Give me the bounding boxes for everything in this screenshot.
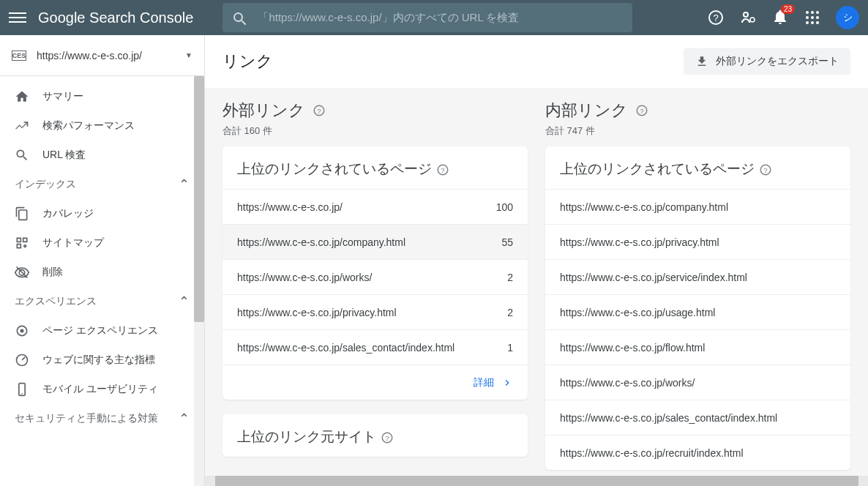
horizontal-scrollbar[interactable] bbox=[205, 476, 868, 486]
svg-text:?: ? bbox=[317, 107, 321, 115]
app-header: Google Search Console 「https://www.c-e-s… bbox=[0, 0, 868, 35]
svg-text:?: ? bbox=[763, 166, 768, 174]
svg-point-8 bbox=[811, 16, 814, 19]
main-header: リンク 外部リンクをエクスポート bbox=[205, 35, 868, 88]
sidebar-item-label: ページ エクスペリエンス bbox=[42, 324, 158, 337]
internal-links-total: 合計 747 件 bbox=[545, 124, 850, 138]
chevron-up-icon: ⌃ bbox=[179, 176, 190, 192]
svg-point-17 bbox=[21, 393, 23, 395]
svg-point-12 bbox=[816, 21, 819, 24]
help-icon[interactable]: ? bbox=[707, 9, 725, 26]
table-row[interactable]: https://www.c-e-s.co.jp/sales_contact/in… bbox=[545, 400, 850, 435]
sidebar-section-label: インデックス bbox=[15, 178, 76, 191]
notif-badge: 23 bbox=[781, 4, 795, 14]
internal-links-column: 内部リンク? 合計 747 件 上位のリンクされているページ? https://… bbox=[545, 100, 850, 474]
sidebar-item-summary[interactable]: サマリー bbox=[0, 82, 204, 111]
table-row[interactable]: https://www.c-e-s.co.jp/usage.html bbox=[545, 294, 850, 329]
sidebar-scrollbar[interactable] bbox=[194, 76, 204, 486]
sidebar-item-page-experience[interactable]: ページ エクスペリエンス bbox=[0, 316, 204, 345]
table-row[interactable]: https://www.c-e-s.co.jp/service/index.ht… bbox=[545, 259, 850, 294]
user-settings-icon[interactable] bbox=[739, 9, 757, 26]
download-icon bbox=[695, 55, 708, 68]
export-button[interactable]: 外部リンクをエクスポート bbox=[684, 48, 850, 75]
sidebar-nav: サマリー 検索パフォーマンス URL 検査 インデックス⌃ カバレッジ サイトマ… bbox=[0, 76, 204, 486]
sidebar-item-label: サイトマップ bbox=[42, 236, 104, 250]
table-row[interactable]: https://www.c-e-s.co.jp/100 bbox=[222, 189, 528, 224]
svg-text:?: ? bbox=[385, 434, 389, 442]
sidebar-item-url-inspect[interactable]: URL 検査 bbox=[0, 141, 204, 170]
sidebar-item-label: ウェブに関する主な指標 bbox=[42, 354, 155, 367]
sidebar-section-label: エクスペリエンス bbox=[15, 295, 97, 308]
sidebar-section-security[interactable]: セキュリティと手動による対策⌃ bbox=[0, 404, 204, 433]
search-icon bbox=[231, 10, 246, 25]
sidebar-item-label: 削除 bbox=[42, 266, 63, 279]
sidebar-item-removals[interactable]: 削除 bbox=[0, 258, 204, 287]
svg-point-9 bbox=[816, 16, 819, 19]
search-placeholder: 「https://www.c-e-s.co.jp/」内のすべての URL を検査 bbox=[258, 11, 519, 25]
svg-point-7 bbox=[806, 16, 809, 19]
property-favicon: CES bbox=[12, 51, 26, 61]
svg-text:?: ? bbox=[640, 107, 644, 115]
table-row[interactable]: https://www.c-e-s.co.jp/privacy.html bbox=[545, 224, 850, 259]
help-icon[interactable]: ? bbox=[436, 163, 449, 176]
export-button-label: 外部リンクをエクスポート bbox=[716, 55, 839, 68]
main-content: リンク 外部リンクをエクスポート 外部リンク? 合計 160 件 上位のリンクさ… bbox=[205, 35, 868, 486]
svg-point-2 bbox=[744, 12, 748, 17]
sidebar-item-core-vitals[interactable]: ウェブに関する主な指標 bbox=[0, 345, 204, 375]
external-top-sites-card: 上位のリンク元サイト? bbox=[222, 414, 528, 457]
help-icon[interactable]: ? bbox=[381, 431, 394, 444]
sidebar-item-mobile-usability[interactable]: モバイル ユーザビリティ bbox=[0, 375, 204, 404]
chevron-up-icon: ⌃ bbox=[179, 294, 190, 310]
table-row[interactable]: https://www.c-e-s.co.jp/sales_contact/in… bbox=[222, 329, 528, 364]
card-title: 上位のリンクされているページ? bbox=[560, 160, 772, 179]
content-area: 外部リンク? 合計 160 件 上位のリンクされているページ? https://… bbox=[205, 88, 868, 486]
svg-point-3 bbox=[750, 18, 755, 22]
page-title: リンク bbox=[222, 51, 273, 72]
svg-point-4 bbox=[806, 11, 809, 14]
property-selector[interactable]: CES https://www.c-e-s.co.jp/ ▼ bbox=[0, 35, 204, 76]
table-row[interactable]: https://www.c-e-s.co.jp/company.html55 bbox=[222, 224, 528, 259]
table-row[interactable]: https://www.c-e-s.co.jp/privacy.html2 bbox=[222, 294, 528, 329]
svg-point-10 bbox=[806, 21, 809, 24]
sidebar-item-label: URL 検査 bbox=[42, 149, 86, 162]
table-row[interactable]: https://www.c-e-s.co.jp/works/2 bbox=[222, 259, 528, 294]
table-row[interactable]: https://www.c-e-s.co.jp/works/ bbox=[545, 364, 850, 400]
help-icon[interactable]: ? bbox=[635, 104, 648, 117]
app-logo: Google Search Console bbox=[38, 10, 193, 26]
sidebar-item-performance[interactable]: 検索パフォーマンス bbox=[0, 111, 204, 141]
svg-point-5 bbox=[811, 11, 814, 14]
detail-link[interactable]: 詳細 bbox=[474, 376, 513, 389]
svg-point-6 bbox=[816, 11, 819, 14]
sidebar-item-label: 検索パフォーマンス bbox=[42, 119, 135, 132]
internal-top-pages-card: 上位のリンクされているページ? https://www.c-e-s.co.jp/… bbox=[545, 146, 850, 470]
card-title: 上位のリンクされているページ? bbox=[237, 160, 449, 179]
external-links-total: 合計 160 件 bbox=[222, 124, 528, 138]
header-actions: ? 23 シ bbox=[707, 6, 859, 29]
help-icon[interactable]: ? bbox=[313, 104, 326, 117]
external-links-column: 外部リンク? 合計 160 件 上位のリンクされているページ? https://… bbox=[222, 100, 528, 474]
sidebar-item-coverage[interactable]: カバレッジ bbox=[0, 199, 204, 228]
sidebar-item-sitemaps[interactable]: サイトマップ bbox=[0, 228, 204, 258]
sidebar: CES https://www.c-e-s.co.jp/ ▼ サマリー 検索パフ… bbox=[0, 35, 205, 486]
table-row[interactable]: https://www.c-e-s.co.jp/company.html bbox=[545, 189, 850, 224]
sidebar-section-experience[interactable]: エクスペリエンス⌃ bbox=[0, 287, 204, 316]
svg-text:?: ? bbox=[441, 166, 445, 174]
external-top-pages-card: 上位のリンクされているページ? https://www.c-e-s.co.jp/… bbox=[222, 146, 528, 400]
sidebar-item-label: カバレッジ bbox=[42, 207, 94, 220]
sidebar-section-index[interactable]: インデックス⌃ bbox=[0, 170, 204, 199]
chevron-up-icon: ⌃ bbox=[179, 411, 190, 427]
svg-text:?: ? bbox=[713, 12, 718, 23]
search-input[interactable]: 「https://www.c-e-s.co.jp/」内のすべての URL を検査 bbox=[222, 3, 632, 32]
chevron-down-icon: ▼ bbox=[185, 51, 192, 59]
sidebar-item-label: サマリー bbox=[42, 90, 83, 103]
external-links-title: 外部リンク? bbox=[222, 100, 326, 122]
table-row[interactable]: https://www.c-e-s.co.jp/flow.html bbox=[545, 329, 850, 364]
table-row[interactable]: https://www.c-e-s.co.jp/recruit/index.ht… bbox=[545, 435, 850, 470]
sidebar-item-label: モバイル ユーザビリティ bbox=[42, 383, 158, 396]
notifications-icon[interactable]: 23 bbox=[771, 9, 789, 26]
avatar[interactable]: シ bbox=[836, 6, 859, 29]
apps-icon[interactable] bbox=[804, 9, 821, 26]
menu-icon[interactable] bbox=[9, 9, 26, 26]
chevron-right-icon bbox=[501, 377, 513, 389]
help-icon[interactable]: ? bbox=[759, 163, 772, 176]
